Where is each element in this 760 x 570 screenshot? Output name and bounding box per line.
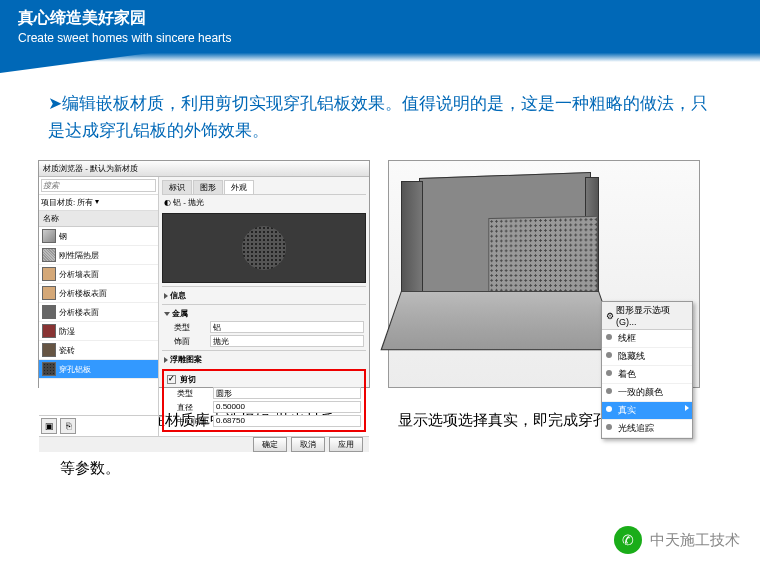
bullet-icon <box>606 334 612 340</box>
material-sidebar: 项目材质: 所有 ▾ 名称 钢 刚性隔热层 分析墙表面 分析楼板表面 分析楼表面… <box>39 177 159 436</box>
filter-row[interactable]: 项目材质: 所有 ▾ <box>39 195 158 211</box>
list-item[interactable]: 瓷砖 <box>39 341 158 360</box>
material-thumb <box>42 267 56 281</box>
material-thumb <box>42 343 56 357</box>
list-item-selected[interactable]: 穿孔铝板 <box>39 360 158 379</box>
ok-button[interactable]: 确定 <box>253 437 287 452</box>
material-thumb <box>42 286 56 300</box>
preview-sphere <box>242 226 286 270</box>
ctx-wireframe[interactable]: 线框 <box>602 330 692 348</box>
tab-appearance[interactable]: 外观 <box>224 180 254 194</box>
bullet-icon <box>606 406 612 412</box>
tab-graphics[interactable]: 图形 <box>193 180 223 194</box>
screenshots-row: 材质浏览器 - 默认为新材质 项目材质: 所有 ▾ 名称 钢 刚性隔热层 分析墙… <box>0 160 760 388</box>
tab-identity[interactable]: 标识 <box>162 180 192 194</box>
box-left-wall <box>401 181 423 299</box>
sphere-icon: ◐ <box>164 198 171 207</box>
column-header: 名称 <box>39 211 158 227</box>
material-preview <box>162 213 366 283</box>
section-float[interactable]: 浮雕图案 <box>162 353 366 366</box>
chevron-down-icon: ▾ <box>95 197 99 208</box>
room-box <box>401 175 599 363</box>
bullet-icon <box>606 352 612 358</box>
bullet-icon <box>606 388 612 394</box>
cut-section-highlight: 剪切 类型圆形 直径0.50000 中心间距0.68750 <box>162 369 366 432</box>
spacing-input[interactable]: 0.68750 <box>213 415 361 427</box>
dialog-buttons: 确定 取消 应用 <box>39 436 369 452</box>
ctx-raytrace[interactable]: 光线追踪 <box>602 420 692 438</box>
bullet-icon <box>606 370 612 376</box>
ctx-consistent[interactable]: 一致的颜色 <box>602 384 692 402</box>
caret-icon <box>164 312 170 316</box>
property-panel: 标识 图形 外观 ◐ 铝 - 抛光 信息 金属 类型铝 饰面抛光 浮雕图案 <box>159 177 369 436</box>
description-text: ➤编辑嵌板材质，利用剪切实现穿孔铝板效果。值得说明的是，这是一种粗略的做法，只是… <box>0 62 760 160</box>
cut-type-select[interactable]: 圆形 <box>213 387 361 399</box>
search-row <box>39 177 158 195</box>
filter-label: 项目材质: 所有 <box>41 197 93 208</box>
material-thumb <box>42 229 56 243</box>
viewport-3d[interactable]: ⚙图形显示选项(G)... 线框 隐藏线 着色 一致的颜色 真实 光线追踪 <box>388 160 700 388</box>
list-item[interactable]: 防湿 <box>39 322 158 341</box>
material-thumb <box>42 324 56 338</box>
bullet-icon <box>606 424 612 430</box>
ctx-hidden[interactable]: 隐藏线 <box>602 348 692 366</box>
gear-icon: ⚙ <box>606 311 614 321</box>
preview-name: 铝 - 抛光 <box>173 197 204 208</box>
tabs: 标识 图形 外观 <box>162 180 366 195</box>
diameter-input[interactable]: 0.50000 <box>213 401 361 413</box>
ctx-realistic[interactable]: 真实 <box>602 402 692 420</box>
context-menu: ⚙图形显示选项(G)... 线框 隐藏线 着色 一致的颜色 真实 光线追踪 <box>601 301 693 439</box>
banner-triangle <box>0 45 210 73</box>
caret-icon <box>164 293 168 299</box>
dialog-titlebar: 材质浏览器 - 默认为新材质 <box>39 161 369 177</box>
section-metal[interactable]: 金属 <box>162 307 366 320</box>
list-item[interactable]: 分析楼表面 <box>39 303 158 322</box>
watermark: ✆ 中天施工技术 <box>614 526 740 554</box>
section-cut[interactable]: 剪切 <box>165 373 363 386</box>
dup-icon[interactable]: ⎘ <box>60 418 76 434</box>
submenu-icon <box>685 405 689 411</box>
context-header[interactable]: ⚙图形显示选项(G)... <box>602 302 692 330</box>
material-thumb <box>42 362 56 376</box>
banner-title-cn: 真心缔造美好家园 <box>18 8 742 29</box>
type-select[interactable]: 铝 <box>210 321 364 333</box>
ctx-shaded[interactable]: 着色 <box>602 366 692 384</box>
list-item[interactable]: 刚性隔热层 <box>39 246 158 265</box>
watermark-text: 中天施工技术 <box>650 531 740 550</box>
search-input[interactable] <box>41 179 156 192</box>
list-item[interactable]: 分析楼板表面 <box>39 284 158 303</box>
caret-icon <box>164 357 168 363</box>
finish-select[interactable]: 抛光 <box>210 335 364 347</box>
apply-button[interactable]: 应用 <box>329 437 363 452</box>
checkbox-icon[interactable] <box>167 375 176 384</box>
material-browser-dialog: 材质浏览器 - 默认为新材质 项目材质: 所有 ▾ 名称 钢 刚性隔热层 分析墙… <box>38 160 370 388</box>
cancel-button[interactable]: 取消 <box>291 437 325 452</box>
section-info[interactable]: 信息 <box>162 289 366 302</box>
list-item[interactable]: 分析墙表面 <box>39 265 158 284</box>
box-floor <box>380 291 619 350</box>
wechat-icon: ✆ <box>614 526 642 554</box>
add-icon[interactable]: ▣ <box>41 418 57 434</box>
material-list[interactable]: 钢 刚性隔热层 分析墙表面 分析楼板表面 分析楼表面 防湿 瓷砖 穿孔铝板 <box>39 227 158 415</box>
list-item[interactable]: 钢 <box>39 227 158 246</box>
material-thumb <box>42 305 56 319</box>
material-thumb <box>42 248 56 262</box>
banner-title-en: Create sweet homes with sincere hearts <box>18 31 742 45</box>
